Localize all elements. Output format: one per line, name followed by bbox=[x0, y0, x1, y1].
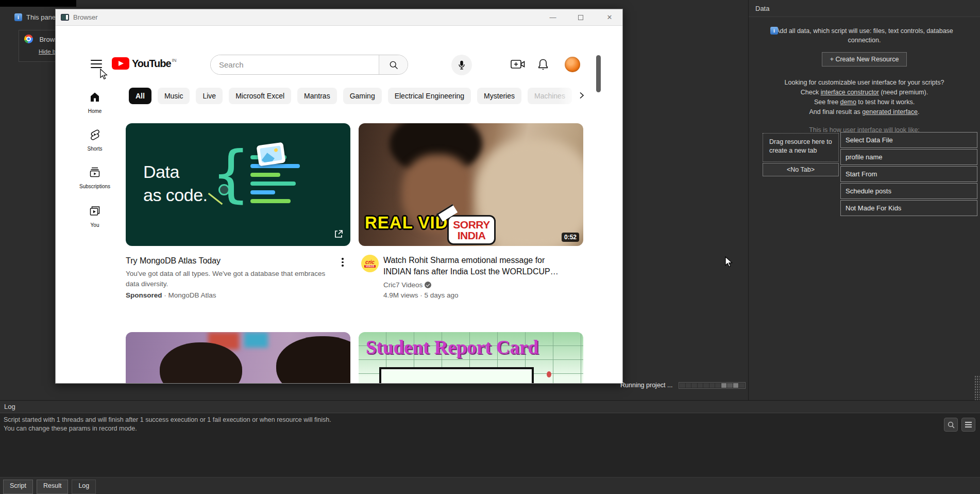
verified-badge-icon bbox=[425, 282, 431, 288]
youtube-logo[interactable]: YouTube IN bbox=[112, 57, 177, 70]
home-icon bbox=[89, 91, 101, 103]
create-video-button[interactable] bbox=[511, 58, 525, 71]
search-icon bbox=[388, 60, 399, 70]
channel-name[interactable]: Cric7 Videos bbox=[383, 281, 423, 289]
tab-script[interactable]: Script bbox=[3, 480, 33, 494]
microphone-icon bbox=[456, 59, 467, 71]
field-start-from[interactable]: Start From bbox=[840, 166, 977, 182]
video-title[interactable]: Watch Rohit Sharma emotional message for… bbox=[383, 255, 561, 277]
video-thumbnail-partial-left[interactable] bbox=[126, 332, 350, 383]
browser-window: Browser — ✕ YouTube IN bbox=[55, 9, 623, 384]
shorts-icon bbox=[89, 128, 101, 141]
channel-avatar[interactable]: cric VIDEOS bbox=[361, 255, 379, 272]
field-profile-name[interactable]: profile name bbox=[840, 149, 977, 165]
thumbnail-decoration bbox=[379, 367, 534, 383]
thumbnail-figure-decoration bbox=[276, 336, 350, 383]
info-icon: i bbox=[770, 27, 778, 35]
channel-row[interactable]: Cric7 Videos bbox=[383, 281, 431, 289]
sponsored-label: Sponsored bbox=[126, 291, 162, 299]
log-output: Script started with 1 threads and will f… bbox=[0, 414, 980, 477]
thumbnail-decoration bbox=[547, 371, 551, 377]
chip-mysteries[interactable]: Mysteries bbox=[477, 88, 521, 104]
top-black-strip bbox=[0, 0, 76, 7]
chip-music[interactable]: Music bbox=[158, 88, 190, 104]
field-select-data-file[interactable]: Select Data File bbox=[840, 132, 977, 148]
maximize-icon bbox=[578, 15, 583, 20]
sidebar-item-label: Subscriptions bbox=[79, 184, 111, 189]
tab-log[interactable]: Log bbox=[72, 480, 96, 494]
video-thumbnail-partial-right[interactable]: Student Report Card bbox=[359, 332, 583, 383]
minimize-button[interactable]: — bbox=[545, 12, 561, 23]
log-panel-title: Log bbox=[0, 401, 980, 413]
maximize-button[interactable] bbox=[573, 12, 588, 23]
sidebar-item-label: You bbox=[79, 222, 111, 228]
youtube-region-label: IN bbox=[172, 58, 177, 63]
category-chips: All Music Live Microsoft Excel Mantras G… bbox=[129, 88, 572, 104]
generated-interface-link[interactable]: generated interface bbox=[862, 108, 918, 116]
resource-fields-list: Select Data File profile name Start From… bbox=[840, 132, 977, 216]
browser-window-titlebar[interactable]: Browser — ✕ bbox=[56, 9, 622, 26]
data-panel-info: i Add all data, which script will use: f… bbox=[758, 26, 971, 45]
video-meta: 4.9M views · 5 days ago bbox=[383, 290, 459, 301]
thumbnail-overlay-text: Student Report Card bbox=[366, 336, 538, 358]
youtube-play-icon bbox=[112, 57, 129, 70]
data-panel: Data i Add all data, which script will u… bbox=[748, 0, 980, 401]
chrome-icon bbox=[24, 35, 33, 43]
search-input[interactable] bbox=[211, 55, 379, 74]
youtube-logo-text: YouTube bbox=[132, 58, 171, 70]
video-thumbnail-mongodb[interactable]: Data as code. { bbox=[126, 123, 350, 246]
chip-electrical-engineering[interactable]: Electrical Engineering bbox=[388, 88, 471, 104]
code-brace-decoration: { bbox=[212, 138, 249, 209]
log-line: You can change these params in record mo… bbox=[4, 424, 980, 433]
log-list-button[interactable] bbox=[961, 418, 975, 432]
progress-bar bbox=[679, 382, 746, 389]
youtube-page: YouTube IN All Musi bbox=[56, 26, 622, 383]
video-thumbnail-rohit[interactable]: REAL VIDEO SORRY INDIA 0:52 bbox=[359, 123, 583, 246]
field-schedule-posts[interactable]: Schedule posts bbox=[840, 183, 977, 199]
chip-gaming[interactable]: Gaming bbox=[343, 88, 382, 104]
chip-all[interactable]: All bbox=[129, 88, 151, 104]
sidebar-item-label: Home bbox=[79, 108, 111, 114]
resize-grip[interactable] bbox=[974, 375, 979, 400]
photo-card-decoration bbox=[256, 142, 285, 167]
chip-live[interactable]: Live bbox=[196, 88, 223, 104]
field-not-made-for-kids[interactable]: Not Made For Kids bbox=[840, 200, 977, 216]
application-root: i This panel c Browser a Hide brow Brows… bbox=[0, 0, 980, 494]
advertiser-name[interactable]: MongoDB Atlas bbox=[168, 291, 216, 299]
bottom-tab-bar: Script Result Log bbox=[0, 478, 980, 494]
bell-icon bbox=[537, 58, 549, 71]
search-bar bbox=[210, 55, 408, 75]
menu-hamburger-icon[interactable] bbox=[91, 60, 102, 68]
search-button[interactable] bbox=[379, 55, 408, 74]
create-new-resource-button[interactable]: + Create New Resource bbox=[822, 52, 907, 67]
demo-link[interactable]: demo bbox=[840, 98, 856, 106]
close-button[interactable]: ✕ bbox=[602, 12, 617, 23]
chip-microsoft-excel[interactable]: Microsoft Excel bbox=[229, 88, 291, 104]
video-description: You've got data of all types. We've got … bbox=[126, 269, 340, 289]
no-tab-button[interactable]: <No Tab> bbox=[763, 163, 839, 176]
sponsored-row: Sponsored · MongoDB Atlas bbox=[126, 291, 216, 299]
sidebar-item-you[interactable]: You bbox=[79, 205, 111, 228]
external-link-icon bbox=[334, 229, 343, 239]
thumbnail-decoration bbox=[244, 332, 268, 348]
chip-mantras[interactable]: Mantras bbox=[297, 88, 337, 104]
drag-resource-dropzone[interactable]: Drag resource here to create a new tab bbox=[763, 133, 839, 162]
sidebar-item-subscriptions[interactable]: Subscriptions bbox=[79, 166, 111, 189]
sidebar-item-home[interactable]: Home bbox=[79, 91, 111, 114]
sidebar-item-shorts[interactable]: Shorts bbox=[79, 128, 111, 152]
thumbnail-headline: Data as code. bbox=[143, 160, 208, 207]
page-scrollbar-thumb[interactable] bbox=[596, 55, 601, 92]
search-icon bbox=[947, 421, 955, 429]
sidebar-item-label: Shorts bbox=[79, 146, 111, 152]
video-title[interactable]: Try MongoDB Atlas Today bbox=[126, 255, 332, 267]
separator-dot: · bbox=[164, 291, 166, 299]
interface-constructor-link[interactable]: interface constructor bbox=[821, 89, 879, 96]
notifications-button[interactable] bbox=[536, 58, 550, 71]
chips-scroll-right-button[interactable] bbox=[575, 89, 588, 102]
promo-text: Looking for customizable user interface … bbox=[749, 78, 980, 117]
log-search-button[interactable] bbox=[944, 418, 958, 432]
voice-search-button[interactable] bbox=[451, 55, 472, 75]
avatar[interactable] bbox=[565, 57, 580, 72]
video-menu-button[interactable] bbox=[340, 256, 345, 268]
tab-result[interactable]: Result bbox=[37, 480, 68, 494]
